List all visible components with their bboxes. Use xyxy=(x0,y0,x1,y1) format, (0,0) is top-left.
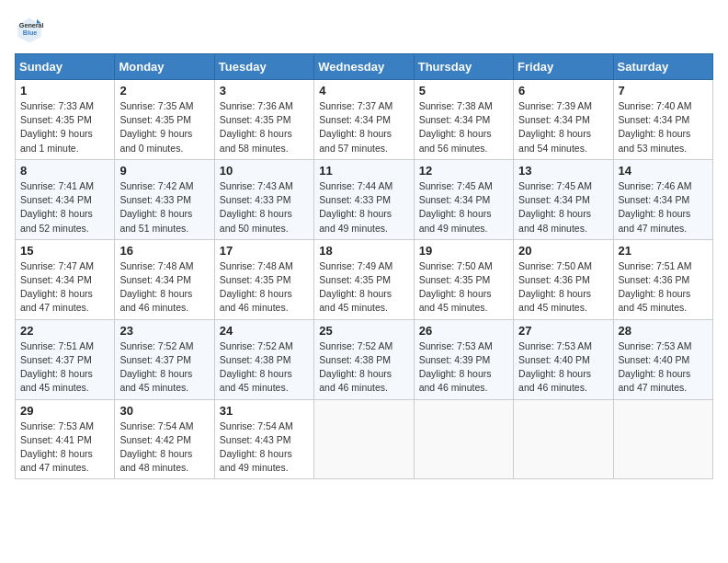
day-detail: Sunrise: 7:33 AMSunset: 4:35 PMDaylight:… xyxy=(20,100,94,154)
calendar-cell: 18 Sunrise: 7:49 AMSunset: 4:35 PMDaylig… xyxy=(314,239,414,319)
day-number: 10 xyxy=(220,164,309,178)
day-detail: Sunrise: 7:53 AMSunset: 4:40 PMDaylight:… xyxy=(619,340,692,394)
calendar-cell: 3 Sunrise: 7:36 AMSunset: 4:35 PMDayligh… xyxy=(214,80,313,160)
calendar-cell: 31 Sunrise: 7:54 AMSunset: 4:43 PMDaylig… xyxy=(214,399,313,479)
logo-icon: General Blue xyxy=(15,15,44,44)
day-number: 27 xyxy=(518,324,608,338)
svg-text:General: General xyxy=(19,21,44,29)
day-number: 28 xyxy=(619,324,708,338)
day-number: 30 xyxy=(119,404,209,418)
day-detail: Sunrise: 7:38 AMSunset: 4:34 PMDaylight:… xyxy=(419,100,493,154)
calendar-cell: 17 Sunrise: 7:48 AMSunset: 4:35 PMDaylig… xyxy=(214,239,313,319)
day-detail: Sunrise: 7:36 AMSunset: 4:35 PMDaylight:… xyxy=(220,100,293,154)
day-number: 15 xyxy=(20,244,109,258)
day-detail: Sunrise: 7:42 AMSunset: 4:33 PMDaylight:… xyxy=(119,180,193,234)
day-number: 2 xyxy=(119,84,209,98)
page-header: General Blue xyxy=(15,15,713,44)
day-detail: Sunrise: 7:39 AMSunset: 4:34 PMDaylight:… xyxy=(518,100,592,154)
day-detail: Sunrise: 7:37 AMSunset: 4:34 PMDaylight:… xyxy=(319,100,392,154)
calendar-cell: 2 Sunrise: 7:35 AMSunset: 4:35 PMDayligh… xyxy=(115,80,214,160)
day-number: 19 xyxy=(419,244,508,258)
day-detail: Sunrise: 7:49 AMSunset: 4:35 PMDaylight:… xyxy=(319,260,392,314)
day-number: 1 xyxy=(20,84,109,98)
day-number: 24 xyxy=(220,324,309,338)
calendar-cell: 14 Sunrise: 7:46 AMSunset: 4:34 PMDaylig… xyxy=(613,159,712,239)
day-number: 20 xyxy=(518,244,608,258)
calendar-cell: 27 Sunrise: 7:53 AMSunset: 4:40 PMDaylig… xyxy=(514,319,613,399)
calendar-cell: 24 Sunrise: 7:52 AMSunset: 4:38 PMDaylig… xyxy=(214,319,313,399)
col-header-friday: Friday xyxy=(514,54,613,80)
day-detail: Sunrise: 7:44 AMSunset: 4:33 PMDaylight:… xyxy=(319,180,392,234)
calendar-cell xyxy=(514,399,613,479)
calendar-cell: 29 Sunrise: 7:53 AMSunset: 4:41 PMDaylig… xyxy=(16,399,115,479)
day-number: 14 xyxy=(619,164,708,178)
day-number: 21 xyxy=(619,244,708,258)
day-detail: Sunrise: 7:53 AMSunset: 4:40 PMDaylight:… xyxy=(518,340,592,394)
day-number: 23 xyxy=(119,324,209,338)
day-number: 22 xyxy=(20,324,109,338)
calendar-cell: 15 Sunrise: 7:47 AMSunset: 4:34 PMDaylig… xyxy=(16,239,115,319)
day-number: 4 xyxy=(319,84,408,98)
calendar-cell: 8 Sunrise: 7:41 AMSunset: 4:34 PMDayligh… xyxy=(16,159,115,239)
col-header-thursday: Thursday xyxy=(414,54,513,80)
calendar-cell: 26 Sunrise: 7:53 AMSunset: 4:39 PMDaylig… xyxy=(414,319,513,399)
day-detail: Sunrise: 7:54 AMSunset: 4:42 PMDaylight:… xyxy=(119,420,193,474)
col-header-saturday: Saturday xyxy=(613,54,712,80)
day-detail: Sunrise: 7:53 AMSunset: 4:41 PMDaylight:… xyxy=(20,420,94,474)
calendar-cell: 19 Sunrise: 7:50 AMSunset: 4:35 PMDaylig… xyxy=(414,239,513,319)
day-number: 29 xyxy=(20,404,109,418)
logo: General Blue xyxy=(15,15,48,44)
day-detail: Sunrise: 7:45 AMSunset: 4:34 PMDaylight:… xyxy=(419,180,493,234)
day-detail: Sunrise: 7:52 AMSunset: 4:38 PMDaylight:… xyxy=(220,340,293,394)
day-detail: Sunrise: 7:53 AMSunset: 4:39 PMDaylight:… xyxy=(419,340,493,394)
day-detail: Sunrise: 7:45 AMSunset: 4:34 PMDaylight:… xyxy=(518,180,592,234)
day-number: 17 xyxy=(220,244,309,258)
calendar-table: SundayMondayTuesdayWednesdayThursdayFrid… xyxy=(15,53,713,479)
col-header-tuesday: Tuesday xyxy=(214,54,313,80)
day-number: 12 xyxy=(419,164,508,178)
svg-text:Blue: Blue xyxy=(23,29,38,37)
calendar-cell: 11 Sunrise: 7:44 AMSunset: 4:33 PMDaylig… xyxy=(314,159,414,239)
calendar-cell: 9 Sunrise: 7:42 AMSunset: 4:33 PMDayligh… xyxy=(115,159,214,239)
col-header-monday: Monday xyxy=(115,54,214,80)
day-detail: Sunrise: 7:43 AMSunset: 4:33 PMDaylight:… xyxy=(220,180,293,234)
calendar-cell: 21 Sunrise: 7:51 AMSunset: 4:36 PMDaylig… xyxy=(613,239,712,319)
day-detail: Sunrise: 7:54 AMSunset: 4:43 PMDaylight:… xyxy=(220,420,293,474)
day-detail: Sunrise: 7:35 AMSunset: 4:35 PMDaylight:… xyxy=(119,100,193,154)
day-detail: Sunrise: 7:40 AMSunset: 4:34 PMDaylight:… xyxy=(619,100,692,154)
day-number: 13 xyxy=(518,164,608,178)
day-detail: Sunrise: 7:41 AMSunset: 4:34 PMDaylight:… xyxy=(20,180,94,234)
calendar-cell: 7 Sunrise: 7:40 AMSunset: 4:34 PMDayligh… xyxy=(613,80,712,160)
day-number: 25 xyxy=(319,324,408,338)
calendar-cell: 28 Sunrise: 7:53 AMSunset: 4:40 PMDaylig… xyxy=(613,319,712,399)
day-number: 9 xyxy=(119,164,209,178)
calendar-cell xyxy=(613,399,712,479)
calendar-cell xyxy=(314,399,414,479)
calendar-cell: 12 Sunrise: 7:45 AMSunset: 4:34 PMDaylig… xyxy=(414,159,513,239)
calendar-cell: 5 Sunrise: 7:38 AMSunset: 4:34 PMDayligh… xyxy=(414,80,513,160)
calendar-cell: 25 Sunrise: 7:52 AMSunset: 4:38 PMDaylig… xyxy=(314,319,414,399)
calendar-cell: 20 Sunrise: 7:50 AMSunset: 4:36 PMDaylig… xyxy=(514,239,613,319)
day-number: 18 xyxy=(319,244,408,258)
day-number: 26 xyxy=(419,324,508,338)
day-detail: Sunrise: 7:47 AMSunset: 4:34 PMDaylight:… xyxy=(20,260,94,314)
day-detail: Sunrise: 7:48 AMSunset: 4:35 PMDaylight:… xyxy=(220,260,293,314)
day-detail: Sunrise: 7:46 AMSunset: 4:34 PMDaylight:… xyxy=(619,180,692,234)
calendar-cell: 16 Sunrise: 7:48 AMSunset: 4:34 PMDaylig… xyxy=(115,239,214,319)
day-detail: Sunrise: 7:50 AMSunset: 4:36 PMDaylight:… xyxy=(518,260,592,314)
day-detail: Sunrise: 7:52 AMSunset: 4:37 PMDaylight:… xyxy=(119,340,193,394)
day-number: 31 xyxy=(220,404,309,418)
calendar-cell: 1 Sunrise: 7:33 AMSunset: 4:35 PMDayligh… xyxy=(16,80,115,160)
col-header-sunday: Sunday xyxy=(16,54,115,80)
day-number: 8 xyxy=(20,164,109,178)
day-detail: Sunrise: 7:52 AMSunset: 4:38 PMDaylight:… xyxy=(319,340,392,394)
calendar-cell: 30 Sunrise: 7:54 AMSunset: 4:42 PMDaylig… xyxy=(115,399,214,479)
calendar-cell xyxy=(414,399,513,479)
day-detail: Sunrise: 7:48 AMSunset: 4:34 PMDaylight:… xyxy=(119,260,193,314)
calendar-cell: 10 Sunrise: 7:43 AMSunset: 4:33 PMDaylig… xyxy=(214,159,313,239)
calendar-cell: 22 Sunrise: 7:51 AMSunset: 4:37 PMDaylig… xyxy=(16,319,115,399)
day-number: 16 xyxy=(119,244,209,258)
calendar-cell: 4 Sunrise: 7:37 AMSunset: 4:34 PMDayligh… xyxy=(314,80,414,160)
day-number: 6 xyxy=(518,84,608,98)
calendar-cell: 6 Sunrise: 7:39 AMSunset: 4:34 PMDayligh… xyxy=(514,80,613,160)
